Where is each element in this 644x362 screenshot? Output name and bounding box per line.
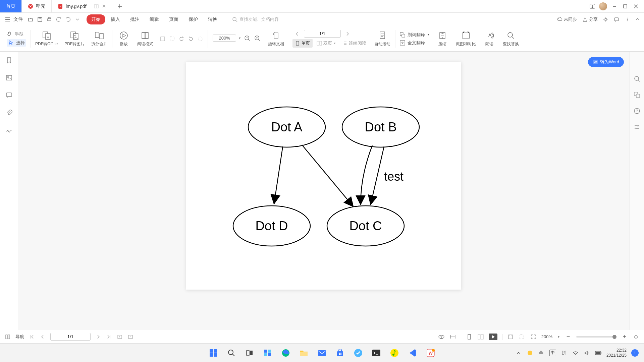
window-count-badge[interactable]: 1 [590, 4, 595, 9]
collapse-ribbon-icon[interactable] [635, 17, 640, 22]
vscode-icon[interactable] [406, 346, 419, 360]
settings-icon[interactable] [603, 17, 608, 22]
outline-icon[interactable] [5, 334, 11, 340]
tray-chevron-icon[interactable] [515, 350, 522, 356]
zoom-in-status[interactable]: + [621, 334, 628, 340]
file-menu[interactable]: 文件 [13, 16, 23, 22]
image-panel-icon[interactable] [5, 74, 13, 82]
redo-icon[interactable] [65, 16, 71, 22]
tab-document[interactable]: P lmy.gv.pdf [52, 0, 113, 12]
hand-tool[interactable]: 手型 [7, 31, 26, 37]
new-tab-button[interactable] [113, 0, 126, 12]
expand-icon[interactable] [633, 334, 639, 340]
battery-icon[interactable] [595, 350, 602, 356]
full-screen-icon[interactable] [530, 334, 537, 340]
menu-annotate[interactable]: 批注 [125, 14, 144, 24]
menu-start[interactable]: 开始 [87, 14, 105, 24]
volume-icon[interactable] [584, 350, 590, 356]
word-translate-button[interactable]: 划词翻译▼ [399, 32, 430, 38]
nav-label[interactable]: 导航 [15, 334, 24, 340]
auto-scroll-button[interactable]: 自动滚动 [371, 31, 394, 47]
fit-width-icon[interactable] [449, 334, 456, 340]
dashed-rotate-icon[interactable] [197, 36, 204, 42]
taskbar-clock[interactable]: 22:32 2021/12/25 [606, 348, 627, 358]
next-page-status-icon[interactable] [95, 334, 101, 340]
search-panel-icon[interactable] [633, 75, 641, 82]
tray-app-icon[interactable] [527, 350, 533, 356]
user-avatar[interactable] [599, 2, 607, 10]
menu-edit[interactable]: 编辑 [145, 14, 164, 24]
first-page-icon[interactable] [29, 334, 35, 340]
page-input[interactable] [304, 30, 341, 38]
menu-page[interactable]: 页面 [164, 14, 183, 24]
last-page-icon[interactable] [106, 334, 112, 340]
taskbar-search-icon[interactable] [225, 346, 238, 360]
explorer-icon[interactable] [297, 346, 311, 360]
save-icon[interactable] [37, 16, 43, 22]
status-page-input[interactable] [50, 333, 91, 341]
minimize-button[interactable] [611, 3, 618, 10]
close-window-button[interactable] [633, 3, 639, 10]
document-canvas[interactable]: Dot A Dot B Dot D Dot C test [18, 52, 629, 349]
compress-button[interactable]: 压缩 [432, 31, 452, 47]
split-window-icon[interactable] [94, 4, 99, 9]
zoom-in-icon[interactable] [253, 34, 261, 42]
pdf-to-office-button[interactable]: W PDF转Office [32, 31, 61, 47]
screenshot-compare-button[interactable]: 截图和对比 [452, 31, 479, 47]
next-page-icon[interactable] [344, 31, 351, 37]
settings-panel-icon[interactable] [633, 123, 641, 131]
tab-daoke[interactable]: 稻壳 [22, 0, 52, 12]
search-box[interactable]: 查找功能、文档内容 [232, 16, 279, 22]
crop-icon-1[interactable] [159, 36, 166, 42]
start-button[interactable] [207, 346, 220, 360]
view-double-icon[interactable] [477, 334, 484, 340]
read-aloud-button[interactable]: A 朗读 [479, 31, 499, 47]
qq-music-icon[interactable] [388, 346, 401, 360]
split-merge-button[interactable]: 拆分合并 [88, 31, 111, 47]
feedback-icon[interactable] [614, 17, 619, 22]
maximize-button[interactable] [622, 3, 629, 10]
prev-page-icon[interactable] [294, 31, 301, 37]
app-menu-icon[interactable] [4, 16, 11, 23]
wifi-icon[interactable] [572, 350, 579, 356]
widgets-icon[interactable] [261, 346, 274, 360]
task-view-icon[interactable] [243, 346, 256, 360]
crop-icon-2[interactable] [169, 36, 175, 42]
play-status-icon[interactable] [489, 334, 497, 340]
view-single-icon[interactable] [466, 334, 473, 340]
read-mode-button[interactable]: 阅读模式 [134, 31, 157, 47]
menu-convert[interactable]: 转换 [203, 14, 222, 24]
onedrive-icon[interactable] [538, 350, 545, 356]
jump-forward-icon[interactable] [127, 334, 133, 340]
zoom-select[interactable]: 200% [213, 35, 236, 42]
single-page-button[interactable]: 单页 [292, 39, 313, 48]
notification-badge[interactable]: 1 [631, 349, 639, 357]
store-icon[interactable] [333, 346, 347, 360]
zoom-out-status[interactable]: − [565, 334, 572, 340]
wps-icon[interactable]: W [424, 346, 437, 360]
bookmark-icon[interactable] [5, 56, 13, 64]
share-button[interactable]: 分享 [582, 16, 598, 22]
todo-icon[interactable] [352, 346, 365, 360]
comment-panel-icon[interactable] [5, 91, 13, 99]
full-translate-button[interactable]: 文全文翻译 [399, 40, 430, 46]
tab-home[interactable]: 首页 [0, 0, 22, 12]
menu-insert[interactable]: 插入 [106, 14, 125, 24]
pdf-to-image-button[interactable]: PDF转图片 [61, 31, 88, 47]
terminal-icon[interactable] [370, 346, 383, 360]
help-icon[interactable]: ? [633, 107, 641, 115]
double-page-button[interactable]: 双页▼ [314, 39, 339, 48]
zoom-out-icon[interactable] [243, 34, 251, 42]
open-icon[interactable] [28, 16, 34, 22]
zoom-slider[interactable] [576, 336, 616, 338]
actual-size-icon[interactable] [519, 334, 525, 340]
undo-icon[interactable] [56, 16, 62, 22]
rotate-doc-button[interactable]: 旋转文档 [265, 31, 287, 47]
attachment-icon[interactable] [5, 109, 13, 117]
find-replace-button[interactable]: 查找替换 [499, 31, 522, 47]
fit-page-icon[interactable] [507, 334, 514, 340]
sync-status[interactable]: 未同步 [557, 16, 577, 22]
print-icon[interactable] [46, 16, 52, 22]
rotate-right-icon[interactable] [187, 36, 194, 42]
continuous-button[interactable]: 连续阅读 [340, 39, 369, 48]
